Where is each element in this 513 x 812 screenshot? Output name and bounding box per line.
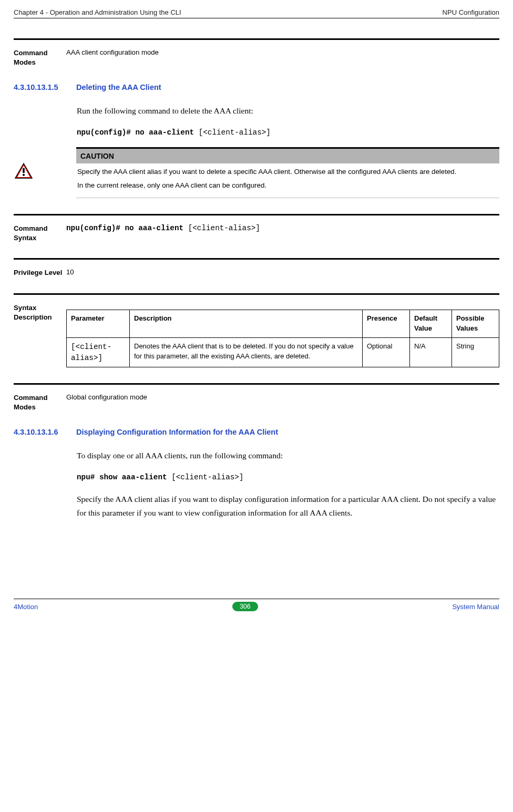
privilege-level-block: Privilege Level 10 bbox=[14, 258, 499, 277]
privilege-level-value: 10 bbox=[66, 267, 499, 277]
command-modes-label: Command Modes bbox=[14, 47, 66, 67]
caution-block: CAUTION Specify the AAA client alias if … bbox=[14, 147, 499, 198]
section-title: Deleting the AAA Client bbox=[76, 83, 161, 91]
col-parameter: Parameter bbox=[67, 310, 130, 338]
svg-rect-2 bbox=[23, 168, 25, 173]
table-row: [<client-alias>] Denotes the AAA client … bbox=[67, 337, 499, 367]
footer-left: 4Motion bbox=[14, 603, 38, 611]
command-modes2-value: Global configuration mode bbox=[66, 392, 499, 402]
syntax-description-table-wrap: Parameter Description Presence Default V… bbox=[66, 302, 499, 367]
footer-right: System Manual bbox=[452, 603, 499, 611]
command-syntax-value: npu(config)# no aaa-client [<client-alia… bbox=[66, 223, 499, 234]
section-heading-6: 4.3.10.13.1.6 Displaying Configuration I… bbox=[14, 428, 499, 444]
cmd-bold: npu(config)# no aaa-client bbox=[77, 128, 194, 137]
section6-number: 4.3.10.13.1.6 bbox=[14, 428, 74, 444]
cell-default: N/A bbox=[410, 337, 452, 367]
table-header-row: Parameter Description Presence Default V… bbox=[67, 310, 499, 338]
section6-intro: To display one or all AAA clients, run t… bbox=[77, 449, 499, 462]
section-heading-5: 4.3.10.13.1.5 Deleting the AAA Client bbox=[14, 83, 499, 99]
command-modes-block-1: Command Modes AAA client configuration m… bbox=[14, 38, 499, 67]
page-number: 306 bbox=[232, 602, 258, 611]
command-modes-block-2: Command Modes Global configuration mode bbox=[14, 383, 499, 412]
command-syntax-label: Command Syntax bbox=[14, 223, 66, 243]
section6-para: Specify the AAA client alias if you want… bbox=[77, 492, 499, 520]
cmd6-bold: npu# show aaa-client bbox=[77, 473, 167, 481]
page-header: Chapter 4 - Operation and Administration… bbox=[14, 8, 499, 18]
section-number: 4.3.10.13.1.5 bbox=[14, 83, 74, 99]
privilege-level-label: Privilege Level bbox=[14, 267, 66, 277]
syntax-table: Parameter Description Presence Default V… bbox=[66, 310, 499, 367]
section6-command: npu# show aaa-client [<client-alias>] bbox=[77, 471, 499, 484]
cell-presence: Optional bbox=[363, 337, 410, 367]
cmd-rest: [<client-alias>] bbox=[194, 128, 271, 137]
header-right: NPU Configuration bbox=[443, 8, 499, 16]
command-modes-value: AAA client configuration mode bbox=[66, 47, 499, 57]
section6-title: Displaying Configuration Information for… bbox=[76, 428, 278, 436]
caution-icon bbox=[14, 147, 37, 181]
command-modes2-label: Command Modes bbox=[14, 392, 66, 412]
col-presence: Presence bbox=[363, 310, 410, 338]
syntax-description-block: Syntax Description Parameter Description… bbox=[14, 293, 499, 367]
syntax-description-label: Syntax Description bbox=[14, 302, 66, 322]
cell-parameter: [<client-alias>] bbox=[67, 337, 130, 367]
caution-body: Specify the AAA client alias if you want… bbox=[76, 163, 499, 198]
section5-command: npu(config)# no aaa-client [<client-alia… bbox=[77, 126, 499, 139]
cell-description: Denotes the AAA client that is to be del… bbox=[130, 337, 363, 367]
col-default: Default Value bbox=[410, 310, 452, 338]
header-left: Chapter 4 - Operation and Administration… bbox=[14, 8, 181, 16]
caution-p2: In the current release, only one AAA cli… bbox=[77, 180, 498, 190]
col-description: Description bbox=[130, 310, 363, 338]
cmd6-rest: [<client-alias>] bbox=[167, 473, 244, 481]
svg-rect-3 bbox=[23, 174, 25, 176]
syntax-rest: [<client-alias>] bbox=[183, 224, 260, 232]
col-possible: Possible Values bbox=[452, 310, 499, 338]
section5-intro: Run the following command to delete the … bbox=[77, 104, 499, 118]
syntax-bold: npu(config)# no aaa-client bbox=[66, 224, 183, 232]
page-footer: 4Motion 306 System Manual bbox=[14, 599, 499, 611]
caution-p1: Specify the AAA client alias if you want… bbox=[77, 167, 498, 177]
caution-title: CAUTION bbox=[76, 147, 499, 163]
cell-possible: String bbox=[452, 337, 499, 367]
command-syntax-block: Command Syntax npu(config)# no aaa-clien… bbox=[14, 214, 499, 243]
